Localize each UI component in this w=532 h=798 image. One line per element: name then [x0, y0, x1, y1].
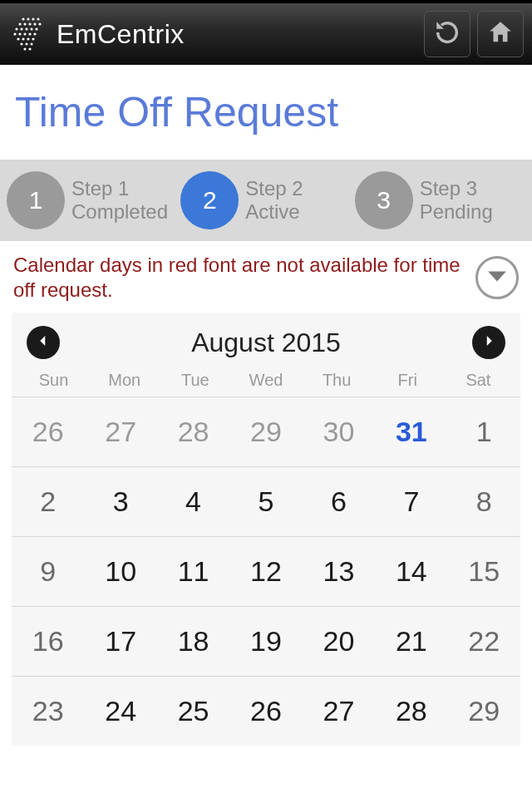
step-3-label: Step 3 [420, 177, 493, 200]
calendar-day[interactable]: 5 [229, 466, 302, 536]
svg-point-6 [28, 22, 31, 25]
calendar-day[interactable]: 28 [375, 676, 447, 746]
calendar-day[interactable]: 10 [84, 536, 156, 606]
dow-sun: Sun [18, 371, 89, 390]
step-3[interactable]: 3 Step 3 Pending [355, 171, 525, 229]
chevron-down-icon [486, 265, 508, 290]
step-3-circle: 3 [355, 171, 413, 229]
calendar-dow-row: Sun Mon Tue Wed Thu Fri Sat [12, 366, 520, 397]
calendar-day[interactable]: 23 [12, 676, 84, 746]
page-title: Time Off Request [0, 65, 532, 160]
app-header: EmCentrix [0, 0, 532, 65]
svg-point-17 [28, 32, 31, 35]
calendar-day[interactable]: 2 [12, 466, 84, 536]
calendar-day[interactable]: 25 [157, 676, 229, 746]
calendar: August 2015 Sun Mon Tue Wed Thu Fri Sat … [12, 313, 520, 746]
collapse-button[interactable] [475, 256, 519, 299]
calendar-day[interactable]: 30 [303, 397, 375, 466]
calendar-day[interactable]: 29 [229, 397, 302, 466]
calendar-day[interactable]: 8 [448, 466, 520, 536]
calendar-day[interactable]: 12 [229, 536, 302, 606]
svg-point-16 [23, 32, 26, 35]
calendar-day[interactable]: 29 [448, 676, 520, 746]
calendar-day[interactable]: 15 [448, 536, 520, 606]
calendar-day[interactable]: 3 [84, 466, 156, 536]
refresh-button[interactable] [424, 11, 470, 57]
step-1-status: Completed [71, 200, 168, 224]
svg-point-5 [23, 22, 26, 25]
svg-point-4 [18, 22, 21, 25]
calendar-day[interactable]: 1 [448, 397, 520, 466]
step-progress: 1 Step 1 Completed 2 Step 2 Active 3 Ste… [0, 160, 532, 241]
notice-text: Calendar days in red font are not availa… [13, 253, 467, 303]
calendar-day[interactable]: 13 [303, 536, 375, 606]
calendar-day[interactable]: 24 [84, 676, 156, 746]
svg-point-3 [37, 17, 39, 20]
refresh-icon [433, 18, 461, 50]
calendar-day[interactable]: 20 [303, 606, 375, 676]
notice-row: Calendar days in red font are not availa… [0, 241, 532, 313]
dow-sat: Sat [443, 371, 514, 390]
step-2-circle: 2 [180, 171, 239, 229]
step-2-text: Step 2 Active [245, 177, 303, 223]
svg-point-13 [35, 27, 37, 30]
svg-point-25 [30, 42, 32, 45]
calendar-day[interactable]: 26 [229, 676, 302, 746]
svg-point-10 [20, 27, 22, 30]
calendar-day[interactable]: 27 [84, 397, 156, 466]
dow-fri: Fri [372, 371, 443, 390]
step-3-status: Pending [420, 200, 493, 224]
calendar-day[interactable]: 16 [12, 606, 84, 676]
chevron-right-icon [481, 333, 496, 352]
calendar-grid: 2627282930311234567891011121314151617181… [12, 397, 520, 746]
calendar-day[interactable]: 27 [303, 676, 375, 746]
step-2[interactable]: 2 Step 2 Active [180, 171, 351, 229]
next-month-button[interactable] [472, 326, 505, 359]
calendar-day[interactable]: 17 [84, 606, 156, 676]
calendar-day[interactable]: 14 [375, 536, 447, 606]
calendar-day[interactable]: 26 [12, 397, 84, 466]
svg-point-20 [22, 37, 24, 40]
calendar-day[interactable]: 4 [157, 466, 229, 536]
svg-point-18 [33, 32, 36, 35]
calendar-day[interactable]: 9 [12, 536, 84, 606]
prev-month-button[interactable] [27, 326, 60, 359]
svg-point-9 [15, 27, 17, 30]
calendar-day[interactable]: 19 [229, 606, 302, 676]
calendar-day[interactable]: 31 [375, 397, 447, 466]
svg-point-19 [17, 37, 19, 40]
step-1-circle: 1 [7, 171, 65, 229]
svg-point-27 [28, 47, 31, 50]
svg-point-1 [27, 17, 29, 20]
calendar-day[interactable]: 18 [157, 606, 229, 676]
calendar-day[interactable]: 11 [157, 536, 229, 606]
calendar-title: August 2015 [191, 328, 341, 358]
svg-point-12 [30, 27, 32, 30]
calendar-header: August 2015 [12, 313, 520, 366]
svg-point-21 [27, 37, 29, 40]
chevron-left-icon [36, 333, 51, 352]
svg-point-24 [25, 42, 27, 45]
step-1-label: Step 1 [71, 177, 168, 200]
svg-point-0 [22, 17, 24, 20]
calendar-day[interactable]: 7 [375, 466, 447, 536]
svg-point-7 [33, 22, 36, 25]
brand-name: EmCentrix [57, 19, 185, 50]
svg-point-11 [25, 27, 27, 30]
dow-mon: Mon [89, 371, 160, 390]
step-2-status: Active [245, 200, 303, 224]
calendar-day[interactable]: 22 [448, 606, 520, 676]
step-1[interactable]: 1 Step 1 Completed [7, 171, 177, 229]
calendar-day[interactable]: 21 [375, 606, 447, 676]
calendar-day[interactable]: 28 [157, 397, 229, 466]
brand: EmCentrix [8, 14, 185, 54]
calendar-day[interactable]: 6 [303, 466, 375, 536]
dow-wed: Wed [230, 371, 301, 390]
svg-point-8 [38, 22, 41, 25]
home-icon [486, 18, 515, 50]
svg-point-22 [32, 37, 34, 40]
svg-point-23 [20, 42, 22, 45]
dow-thu: Thu [302, 371, 372, 390]
home-button[interactable] [477, 11, 524, 57]
brand-logo-icon [8, 14, 48, 54]
